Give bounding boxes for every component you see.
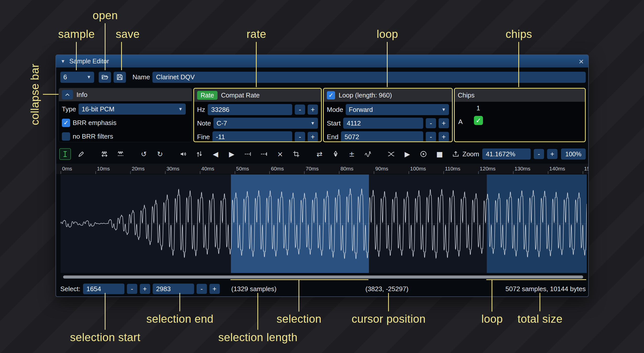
reverse-icon[interactable]: ⇄ [314, 148, 325, 160]
annotation-cursor-position: cursor position [352, 313, 426, 325]
horizontal-scrollbar[interactable] [61, 275, 587, 279]
crossfade-icon[interactable] [385, 148, 397, 160]
annotation-line-chips [518, 42, 519, 87]
ruler-tick [374, 171, 374, 174]
selection-end-minus-button[interactable]: - [197, 284, 207, 294]
zoom-input[interactable] [482, 148, 531, 160]
loop-start-input[interactable] [343, 118, 423, 129]
annotation-line-loop [387, 42, 388, 87]
annotation-line-collapse-bar [43, 94, 59, 95]
amplify-icon[interactable] [177, 148, 189, 160]
annotation-selection-start: selection start [70, 331, 141, 344]
loop-start-plus-button[interactable]: + [439, 118, 449, 128]
fine-input[interactable] [212, 131, 292, 142]
undo-icon[interactable]: ↺ [138, 148, 150, 160]
pencil-icon[interactable] [75, 148, 87, 160]
invert-icon[interactable] [330, 148, 341, 160]
normalize-icon[interactable] [194, 148, 205, 160]
waveform-display[interactable] [61, 174, 587, 273]
open-button[interactable] [99, 72, 111, 83]
ruler-tick [200, 171, 200, 174]
selection-start-minus-button[interactable]: - [127, 284, 137, 294]
annotation-collapse-bar: collapse bar [29, 64, 41, 125]
annotation-selection-length: selection length [218, 331, 298, 344]
selection-start-plus-button[interactable]: + [140, 284, 150, 294]
save-button[interactable] [114, 72, 126, 83]
brr-emphasis-checkbox[interactable]: ✓ [62, 119, 70, 127]
loop-mode-label: Mode [327, 106, 343, 114]
zoom-out-button[interactable]: - [534, 149, 544, 159]
resample-icon[interactable] [115, 148, 126, 160]
zoom-reset-button[interactable]: 100% [561, 148, 586, 160]
loop-mode-dropdown[interactable]: Forward ▼ [346, 104, 449, 115]
chips-panel-title: Chips [458, 91, 474, 99]
annotation-line-rate [256, 42, 257, 87]
info-panel-header: Info [59, 88, 192, 101]
loop-panel-header: ✓ Loop (length: 960) [324, 89, 452, 102]
loop-start-minus-button[interactable]: - [426, 118, 436, 128]
sign-invert-icon[interactable]: ± [346, 148, 358, 160]
chips-panel: Chips 1 A ✓ [454, 88, 586, 142]
chevron-down-icon: ▼ [439, 107, 446, 112]
selection-end-input[interactable] [153, 284, 194, 294]
annotation-loop-bottom: loop [481, 313, 503, 325]
ruler-tick [583, 171, 583, 174]
selection-end-plus-button[interactable]: + [209, 284, 220, 294]
hz-plus-button[interactable]: + [308, 105, 318, 115]
fine-plus-button[interactable]: + [308, 132, 318, 142]
ruler-tick [409, 171, 409, 174]
chips-panel-header: Chips [455, 89, 585, 102]
name-input[interactable] [152, 72, 586, 83]
annotation-loop: loop [377, 28, 398, 40]
close-icon[interactable]: × [579, 57, 584, 66]
ruler-tick [130, 171, 131, 174]
zoom-in-button[interactable]: + [547, 149, 557, 159]
import-icon[interactable] [450, 148, 462, 160]
rate-panel-header: Rate Compat Rate [194, 89, 321, 102]
sample-selector[interactable]: 6 ▼ [60, 72, 94, 83]
selection-length-text: (1329 samples) [231, 285, 277, 293]
annotation-selection: selection [277, 313, 321, 325]
scrollbar-thumb[interactable] [63, 275, 583, 279]
rate-badge: Rate [197, 91, 218, 100]
redo-icon[interactable]: ↻ [154, 148, 166, 160]
stop-icon[interactable]: ■ [434, 148, 445, 160]
chips-grid: 1 A ✓ [455, 102, 585, 142]
titlebar[interactable]: ▼ Sample Editor × [56, 55, 588, 67]
chip-column-label: 1 [476, 104, 480, 112]
chip-enable-checkbox[interactable]: ✓ [474, 116, 483, 125]
preview-icon[interactable]: ▶ [401, 148, 413, 160]
info-panel: Info Type 16-bit PCM ▼ ✓ BRR emphasis no… [59, 88, 192, 142]
desktop-background: ▼ Sample Editor × 6 ▼ Name [0, 0, 644, 353]
no-brr-filters-checkbox[interactable] [62, 132, 70, 141]
delete-icon[interactable]: × [274, 148, 286, 160]
loop-end-minus-button[interactable]: - [426, 132, 436, 142]
annotation-open: open [93, 9, 118, 22]
loop-enable-checkbox[interactable]: ✓ [327, 91, 335, 99]
ruler-label: 20ms [132, 166, 145, 172]
fade-out-icon[interactable]: ▶ [226, 148, 237, 160]
ruler-label: 30ms [167, 166, 179, 172]
loop-end-plus-button[interactable]: + [439, 132, 449, 142]
note-dropdown[interactable]: C-7 ▼ [213, 118, 318, 129]
info-panel-title: Info [76, 91, 87, 99]
edit-cursor-icon[interactable] [59, 148, 71, 160]
insert-silence-icon[interactable] [242, 148, 254, 160]
loop-end-input[interactable] [341, 131, 423, 142]
trim-icon[interactable] [290, 148, 302, 160]
collapse-bar-button[interactable] [62, 90, 73, 99]
chevron-up-icon [64, 91, 71, 98]
loop-start-label: Start [327, 119, 341, 127]
fine-minus-button[interactable]: - [295, 132, 305, 142]
hz-minus-button[interactable]: - [295, 105, 305, 115]
fade-in-icon[interactable]: ◀ [210, 148, 221, 160]
sample-editor-window: ▼ Sample Editor × 6 ▼ Name [56, 55, 589, 297]
preview-in-context-icon[interactable] [418, 148, 429, 160]
resize-icon[interactable] [99, 148, 110, 160]
apply-silence-icon[interactable] [258, 148, 270, 160]
sample-type-dropdown[interactable]: 16-bit PCM ▼ [78, 104, 186, 115]
filter-icon[interactable] [362, 148, 374, 160]
hz-input[interactable] [208, 104, 292, 115]
selection-start-input[interactable] [83, 284, 124, 294]
window-collapse-icon[interactable]: ▼ [61, 59, 65, 64]
